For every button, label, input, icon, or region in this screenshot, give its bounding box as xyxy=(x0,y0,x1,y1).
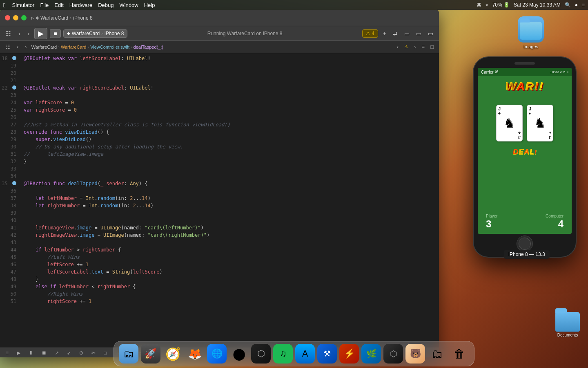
nav-back-btn[interactable]: ‹ xyxy=(16,29,23,38)
code-line-45: //Left Wins xyxy=(20,254,439,261)
siri-icon[interactable]: ● xyxy=(575,2,578,8)
war-text-r1: R xyxy=(526,80,535,93)
menubar:  Simulator File Edit Hardware Debug Win… xyxy=(0,0,588,10)
deal-button-label: DEAL! xyxy=(513,148,537,156)
jump-btn[interactable]: ⇄ xyxy=(390,29,400,38)
version-btn[interactable]: ▭ xyxy=(414,29,424,38)
show-hide-nav[interactable]: ☷ xyxy=(3,43,12,51)
dock-terminal[interactable]: ⚡ xyxy=(339,344,359,364)
line-23: 23 xyxy=(0,92,16,99)
run-button[interactable]: ▶ xyxy=(34,28,47,39)
line-21: 21 xyxy=(0,77,16,84)
scheme-name: WarfareCard xyxy=(72,31,100,36)
bottombar-stop-btn[interactable]: ⏹ xyxy=(39,349,49,357)
prev-issue-btn[interactable]: ‹ xyxy=(395,43,401,51)
computer-label: Computer xyxy=(546,214,564,218)
bottombar-debug-mem[interactable]: ✂ xyxy=(89,349,98,357)
code-line-37: let leftNumber = Int.random(in: 2...14) xyxy=(20,195,439,202)
right-card-figure: ♞ xyxy=(529,115,551,131)
menu-window[interactable]: Window xyxy=(119,2,138,8)
desktop-icon-images[interactable]: Images xyxy=(514,16,547,49)
code-line-29: super.viewDidLoad() xyxy=(20,136,439,143)
menu-simulator[interactable]: Simulator xyxy=(12,2,34,8)
dock-app1[interactable]: 🌐 xyxy=(207,344,227,364)
bottombar-pause-btn[interactable]: ⏸ xyxy=(26,349,36,357)
code-fold-btn[interactable]: ≡ xyxy=(420,43,427,51)
menu-file[interactable]: File xyxy=(40,2,49,8)
menu-help[interactable]: Help xyxy=(144,2,155,8)
build-status: Running WarfareCard on iPhone 8 xyxy=(130,31,359,36)
dock-safari[interactable]: 🧭 xyxy=(163,344,183,364)
right-card-suit-bot: ♠ xyxy=(529,131,551,135)
navbar-forward[interactable]: › xyxy=(23,43,29,51)
titlebar-target: iPhone 8 xyxy=(73,15,92,21)
nav-forward-btn[interactable]: › xyxy=(25,29,32,38)
line-47: 47 xyxy=(0,268,16,276)
dock-bear[interactable]: 🐻 xyxy=(405,344,425,364)
nav-panel-btn[interactable]: ☷ xyxy=(3,29,13,38)
line-42: 42 xyxy=(0,231,16,239)
dock-sourcetree[interactable]: 🌿 xyxy=(361,344,381,364)
bottombar-run-btn[interactable]: ▶ xyxy=(14,349,23,357)
control-center-icon[interactable]: ≡ xyxy=(582,2,585,8)
file-breadcrumb: WarfareCard › WarfareCard › ViewControll… xyxy=(31,45,163,49)
dock-xcode[interactable]: ⚒ xyxy=(317,344,337,364)
assistant-editor-btn[interactable]: □ xyxy=(428,43,436,51)
navbar-back[interactable]: ‹ xyxy=(15,43,20,51)
code-line-30: // Do any additional setup after loading… xyxy=(20,143,439,150)
bottombar-step-in[interactable]: ↙ xyxy=(65,349,74,357)
code-line-27: //Just a method in ViewController class … xyxy=(20,121,439,128)
next-issue-btn[interactable]: › xyxy=(412,43,418,51)
dock-firefox-dev[interactable]: 🦊 xyxy=(185,344,205,364)
apple-menu[interactable]:  xyxy=(3,2,5,9)
dock-files[interactable]: 🗂 xyxy=(428,344,447,364)
code-line-21 xyxy=(20,77,439,84)
documents-folder[interactable]: Documents xyxy=(555,312,580,337)
code-line-24: var leftScore = 0 xyxy=(20,99,439,106)
menu-edit[interactable]: Edit xyxy=(54,2,63,8)
breadcrumb-project: WarfareCard xyxy=(31,45,57,49)
search-icon[interactable]: 🔍 xyxy=(565,2,571,8)
dock-tool1[interactable]: ⬡ xyxy=(383,344,403,364)
menu-debug[interactable]: Debug xyxy=(98,2,114,8)
code-line-38: let rightNumber = Int.random(in: 2...14) xyxy=(20,202,439,209)
right-card: J ♠ ♞ J ♠ xyxy=(527,105,553,141)
bottombar-panel-btn[interactable]: ≡ xyxy=(3,349,11,357)
deal-button[interactable]: DEAL! xyxy=(513,148,537,156)
dock-launchpad[interactable]: 🚀 xyxy=(141,344,160,364)
bottombar-step-over[interactable]: ↗ xyxy=(52,349,61,357)
line-34: 34 xyxy=(0,173,16,180)
assistant-btn[interactable]: ▭ xyxy=(402,29,412,38)
dock-trash[interactable]: 🗑 xyxy=(450,344,469,364)
dock-appstore[interactable]: A xyxy=(295,344,315,364)
add-btn[interactable]: + xyxy=(381,29,389,38)
desktop-icon-images-label: Images xyxy=(523,44,538,49)
issue-badge[interactable]: ⚠ xyxy=(402,43,410,51)
scheme-selector[interactable]: ◆ WarfareCard › iPhone 8 xyxy=(63,29,128,38)
code-line-28: override func viewDidLoad() { xyxy=(20,128,439,136)
menubar-right: ⌘ ⌖ 70% 🔋 Sat 23 May 10:33 AM 🔍 ● ≡ xyxy=(477,2,585,8)
xcode-toolbar: ☷ ‹ › ▶ ■ ◆ WarfareCard › iPhone 8 Runni… xyxy=(0,26,439,41)
toolbar-right-buttons: + ⇄ ▭ ▭ ▭ xyxy=(381,29,436,38)
window-close[interactable] xyxy=(5,15,10,20)
layout-btn[interactable]: ▭ xyxy=(425,29,436,38)
window-minimize[interactable] xyxy=(13,15,18,20)
menu-hardware[interactable]: Hardware xyxy=(69,2,92,8)
iphone-home-button[interactable] xyxy=(517,236,533,252)
dock-finder[interactable]: 🗂 xyxy=(119,344,138,364)
bottombar-step-out[interactable]: ⊙ xyxy=(77,349,86,357)
warning-badge[interactable]: ⚠ 4 xyxy=(362,29,378,38)
dock-chrome[interactable]: ⬤ xyxy=(229,344,249,364)
code-line-20 xyxy=(20,70,439,77)
stop-button[interactable]: ■ xyxy=(50,29,60,38)
war-text-left: W xyxy=(506,80,517,93)
bottombar-simulate-loc[interactable]: □ xyxy=(101,349,109,357)
window-maximize[interactable] xyxy=(21,15,27,20)
dock-maps[interactable]: ⬡ xyxy=(251,344,271,364)
warning-icon: ⚠ xyxy=(366,31,370,36)
dock-spotify[interactable]: ♫ xyxy=(273,344,293,364)
titlebar-scheme-name: WarfareCard xyxy=(40,15,68,21)
code-line-36 xyxy=(20,187,439,195)
code-area[interactable]: @IBOutlet weak var leftScoreLabel: UILab… xyxy=(20,53,439,348)
left-card-figure: ♞ xyxy=(498,115,521,131)
